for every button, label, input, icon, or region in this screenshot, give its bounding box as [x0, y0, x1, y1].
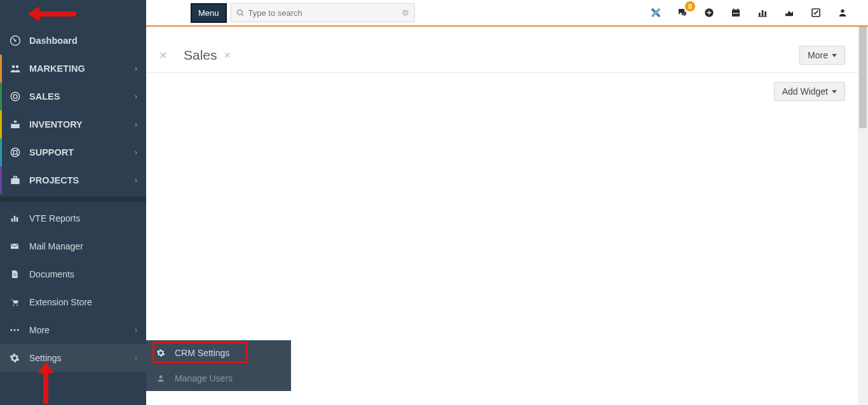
- document-icon: [10, 269, 24, 279]
- svg-rect-36: [17, 217, 18, 222]
- svg-point-21: [11, 92, 20, 101]
- sidebar-item-vte-reports[interactable]: VTE Reports: [0, 204, 146, 232]
- sidebar-item-label: VTE Reports: [29, 213, 80, 223]
- tab-close-icon[interactable]: ✕: [224, 50, 231, 60]
- chevron-right-icon: ›: [135, 176, 137, 185]
- more-icon: [10, 328, 24, 333]
- notification-badge: 0: [685, 1, 695, 11]
- sidebar-item-label: MARKETING: [29, 63, 85, 74]
- flyout-item-crm-settings[interactable]: CRM Settings: [146, 340, 291, 366]
- sidebar-item-more[interactable]: More ›: [0, 316, 146, 344]
- users-icon: [10, 63, 24, 74]
- sidebar-item-sales[interactable]: SALES ›: [0, 83, 146, 110]
- calendar-icon[interactable]: [729, 6, 742, 19]
- topbar-right: 0: [649, 6, 868, 19]
- sidebar-item-label: Extension Store: [29, 297, 92, 307]
- content-header: ✕ Sales ✕ More: [146, 28, 858, 73]
- gear-icon: [10, 353, 24, 363]
- flyout-item-manage-users[interactable]: Manage Users: [146, 366, 291, 391]
- checkbox-icon[interactable]: [810, 6, 822, 19]
- more-button[interactable]: More: [799, 46, 845, 65]
- settings-flyout: CRM Settings Manage Users: [146, 340, 291, 391]
- add-icon[interactable]: [703, 6, 715, 19]
- menu-button[interactable]: Menu: [191, 3, 227, 23]
- scrollbar[interactable]: [858, 0, 868, 405]
- svg-rect-8: [733, 13, 735, 14]
- mail-icon: [10, 241, 24, 251]
- sidebar-item-documents[interactable]: Documents: [0, 260, 146, 288]
- svg-rect-42: [10, 329, 12, 331]
- cart-icon: [10, 297, 24, 307]
- add-widget-button[interactable]: Add Widget: [774, 82, 845, 101]
- sidebar-item-label: INVENTORY: [29, 119, 83, 129]
- svg-rect-9: [735, 13, 736, 14]
- dashboard-icon: [10, 35, 24, 46]
- chevron-right-icon: ›: [135, 354, 137, 362]
- search-input[interactable]: [248, 8, 402, 18]
- user-icon[interactable]: [836, 6, 849, 19]
- caret-down-icon: [832, 90, 837, 93]
- bar-chart-icon[interactable]: [756, 6, 769, 19]
- chevron-right-icon: ›: [135, 326, 137, 335]
- lifering-icon: [10, 147, 24, 158]
- svg-rect-13: [764, 11, 766, 16]
- search-icon: [236, 9, 245, 17]
- search-chevron-down-icon[interactable]: [402, 9, 409, 17]
- add-widget-label: Add Widget: [782, 86, 828, 96]
- sidebar-item-label: Documents: [29, 269, 74, 279]
- report-icon: [10, 213, 24, 223]
- sidebar-item-dashboard[interactable]: Dashboard: [0, 27, 146, 55]
- sidebar-item-mail-manager[interactable]: Mail Manager: [0, 232, 146, 260]
- widget-toolbar: Add Widget: [146, 73, 858, 110]
- svg-line-28: [12, 149, 14, 151]
- global-search[interactable]: [231, 3, 415, 22]
- svg-rect-11: [759, 13, 761, 16]
- more-button-label: More: [808, 50, 828, 60]
- svg-line-29: [17, 149, 18, 151]
- sidebar-item-label: More: [29, 325, 50, 335]
- close-icon[interactable]: ✕: [159, 50, 167, 62]
- sidebar-item-marketing[interactable]: MARKETING ›: [0, 55, 146, 83]
- svg-point-45: [159, 375, 163, 378]
- svg-point-22: [13, 95, 17, 98]
- sidebar-item-inventory[interactable]: INVENTORY ›: [0, 110, 146, 138]
- svg-point-40: [13, 305, 15, 306]
- svg-rect-35: [14, 216, 16, 222]
- caret-down-icon: [832, 54, 837, 57]
- sidebar-item-label: Dashboard: [29, 36, 78, 46]
- svg-rect-43: [14, 329, 16, 331]
- svg-point-0: [237, 10, 242, 15]
- target-icon: [10, 91, 24, 102]
- user-icon: [156, 374, 169, 383]
- sidebar-item-label: PROJECTS: [29, 175, 79, 185]
- svg-rect-5: [732, 10, 740, 11]
- svg-line-30: [17, 154, 18, 156]
- chevron-right-icon: ›: [135, 120, 137, 129]
- svg-line-1: [241, 14, 243, 16]
- svg-rect-37: [11, 244, 18, 249]
- sidebar-item-label: SUPPORT: [29, 147, 74, 157]
- svg-point-18: [15, 40, 17, 42]
- svg-point-27: [13, 150, 17, 154]
- sidebar-item-settings[interactable]: Settings ›: [0, 344, 146, 372]
- sidebar-divider: [0, 197, 146, 202]
- area-chart-icon[interactable]: [783, 6, 796, 19]
- app-logo-icon[interactable]: [649, 6, 662, 19]
- chevron-right-icon: ›: [135, 92, 137, 101]
- sidebar-item-label: Settings: [29, 353, 62, 363]
- svg-rect-34: [11, 218, 13, 222]
- sidebar-item-projects[interactable]: PROJECTS ›: [0, 166, 146, 194]
- briefcase-icon: [10, 175, 24, 186]
- conversations-icon[interactable]: 0: [676, 6, 689, 19]
- svg-point-41: [17, 305, 18, 306]
- chevron-right-icon: ›: [135, 64, 137, 73]
- svg-point-20: [16, 65, 19, 69]
- sidebar-item-support[interactable]: SUPPORT ›: [0, 138, 146, 166]
- svg-point-19: [12, 65, 15, 69]
- svg-point-2: [402, 10, 409, 16]
- sidebar-item-label: Mail Manager: [29, 241, 83, 251]
- svg-rect-12: [762, 10, 764, 16]
- svg-line-31: [12, 154, 14, 156]
- sidebar-item-extension-store[interactable]: Extension Store: [0, 288, 146, 316]
- svg-rect-24: [11, 123, 20, 124]
